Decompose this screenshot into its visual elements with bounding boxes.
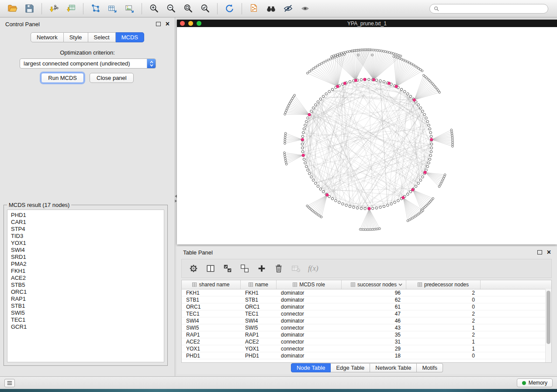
column-header-MCDS-role[interactable]: MCDS role — [277, 280, 342, 289]
mcds-result-item[interactable]: ORC1 — [11, 289, 164, 296]
mcds-result-item[interactable]: SRD1 — [11, 254, 164, 261]
find-button[interactable] — [263, 2, 279, 16]
add-column-button[interactable] — [256, 263, 267, 274]
search-box[interactable] — [429, 4, 548, 14]
mcds-result-item[interactable]: RAP1 — [11, 296, 164, 303]
deselect-all-button[interactable] — [239, 263, 250, 274]
export-image-button[interactable] — [121, 2, 138, 16]
table-cell: dominator — [277, 297, 342, 303]
clone-network-button[interactable] — [246, 2, 262, 16]
mcds-result-item[interactable]: CAR1 — [11, 219, 164, 226]
window-close-button[interactable] — [180, 21, 185, 26]
zoom-in-button[interactable] — [146, 2, 162, 16]
close-mcds-panel-button[interactable]: Close panel — [90, 73, 134, 83]
mcds-result-item[interactable]: ACE2 — [11, 275, 164, 282]
network-graph[interactable] — [177, 27, 557, 244]
mcds-result-item[interactable]: STB5 — [11, 282, 164, 289]
mcds-result-item[interactable]: SWI4 — [11, 247, 164, 254]
table-cell: 0 — [406, 353, 481, 359]
table-row[interactable]: TEC1TEC1connector472 — [182, 310, 551, 317]
table-row[interactable]: SWI4SWI4dominator462 — [182, 317, 551, 324]
show-column-button[interactable] — [205, 263, 216, 274]
mcds-result-item[interactable]: TEC1 — [11, 316, 164, 323]
column-header-predecessor-nodes[interactable]: predecessor nodes — [406, 280, 481, 289]
table-row[interactable]: STB1STB1dominator620 — [182, 296, 551, 303]
mcds-result-item[interactable]: FKH1 — [11, 268, 164, 275]
new-network-button[interactable] — [87, 2, 104, 16]
tab-style[interactable]: Style — [64, 32, 88, 42]
mcds-result-item[interactable]: STB1 — [11, 303, 164, 309]
mcds-result-item[interactable]: GCR1 — [11, 323, 164, 330]
table-cell: SWI5 — [182, 325, 241, 331]
run-mcds-button[interactable]: Run MCDS — [41, 73, 84, 83]
import-network-from-file-button[interactable] — [46, 2, 62, 16]
table-cell: ACE2 — [241, 339, 277, 345]
close-table-panel-icon[interactable]: × — [547, 249, 551, 256]
delete-column-button[interactable] — [273, 263, 284, 274]
export-table-button[interactable] — [104, 2, 121, 16]
table-row[interactable]: RAP1RAP1dominator352 — [182, 331, 551, 338]
tab-node-table[interactable]: Node Table — [291, 363, 331, 372]
save-floppy-icon — [24, 3, 35, 14]
memory-button[interactable]: Memory — [517, 378, 553, 387]
table-panel: Table Panel × f(x) shared namenameMCDS r… — [177, 247, 557, 374]
hide-graphics-details-button[interactable] — [297, 2, 313, 16]
network-canvas[interactable] — [177, 27, 557, 244]
mcds-result-item[interactable]: PHD1 — [11, 212, 164, 219]
status-menu-button[interactable] — [4, 379, 15, 387]
zoom-fit-button[interactable] — [180, 2, 196, 16]
table-cell: 61 — [342, 304, 406, 310]
scrollbar-thumb[interactable] — [547, 291, 550, 344]
table-row[interactable]: YOX1YOX1connector291 — [182, 345, 551, 352]
tab-network-table[interactable]: Network Table — [370, 363, 417, 372]
table-cell: TEC1 — [241, 311, 277, 317]
tab-motifs[interactable]: Motifs — [417, 363, 443, 372]
column-header-name[interactable]: name — [241, 280, 277, 289]
mcds-result-item[interactable]: STP4 — [11, 226, 164, 233]
criterion-dropdown[interactable]: largest connected component (undirected) — [20, 58, 156, 69]
show-graphics-details-button[interactable] — [280, 2, 296, 16]
apply-layout-button[interactable] — [221, 2, 238, 16]
mcds-result-item[interactable]: PMA2 — [11, 261, 164, 268]
table-row[interactable]: ACE2ACE2connector311 — [182, 338, 551, 345]
table-row[interactable]: ORC1ORC1dominator610 — [182, 303, 551, 310]
table-cell: 96 — [342, 290, 406, 296]
tab-network[interactable]: Network — [31, 32, 64, 42]
network-window-titlebar[interactable]: YPA_prune.txt_1 — [177, 20, 557, 27]
tab-select[interactable]: Select — [88, 32, 116, 42]
zoom-out-button[interactable] — [163, 2, 179, 16]
open-session-button[interactable] — [4, 2, 21, 16]
tab-edge-table[interactable]: Edge Table — [331, 363, 370, 372]
select-all-button[interactable] — [222, 263, 233, 274]
close-panel-icon[interactable]: × — [166, 21, 170, 28]
table-scrollbar[interactable] — [545, 289, 551, 362]
table-row[interactable]: FKH1FKH1dominator962 — [182, 289, 551, 296]
column-header-successor-nodes[interactable]: successor nodes — [342, 280, 406, 289]
window-minimize-button[interactable] — [188, 21, 193, 26]
table-cell: connector — [277, 311, 342, 317]
import-table-from-file-button[interactable] — [63, 2, 79, 16]
float-table-panel-icon[interactable] — [537, 250, 542, 254]
table-cell: TEC1 — [182, 311, 241, 317]
save-session-button[interactable] — [21, 2, 38, 16]
mcds-result-item[interactable]: YOX1 — [11, 240, 164, 247]
document-network-icon — [249, 3, 259, 14]
control-panel: Control Panel × NetworkStyleSelectMCDS O… — [0, 17, 175, 376]
table-row[interactable]: PHD1PHD1dominator180 — [182, 352, 551, 359]
column-header-shared-name[interactable]: shared name — [182, 280, 241, 289]
table-cell: SWI4 — [241, 318, 277, 324]
table-cell: 46 — [342, 318, 406, 324]
float-panel-icon[interactable] — [156, 22, 161, 26]
window-zoom-button[interactable] — [197, 21, 201, 26]
mcds-result-list[interactable]: PHD1CAR1STP4TID3YOX1SWI4SRD1PMA2FKH1ACE2… — [7, 210, 164, 362]
mcds-result-item[interactable]: SWI5 — [11, 309, 164, 316]
zoom-selected-button[interactable] — [197, 2, 213, 16]
zoom-fit-icon — [183, 3, 193, 14]
table-settings-button[interactable] — [188, 263, 199, 274]
table-cell: dominator — [277, 290, 342, 296]
search-input[interactable] — [441, 5, 544, 12]
table-row[interactable]: SWI5SWI5connector431 — [182, 324, 551, 331]
tab-mcds[interactable]: MCDS — [116, 32, 144, 42]
table-cell: YOX1 — [241, 346, 277, 352]
mcds-result-item[interactable]: TID3 — [11, 233, 164, 240]
